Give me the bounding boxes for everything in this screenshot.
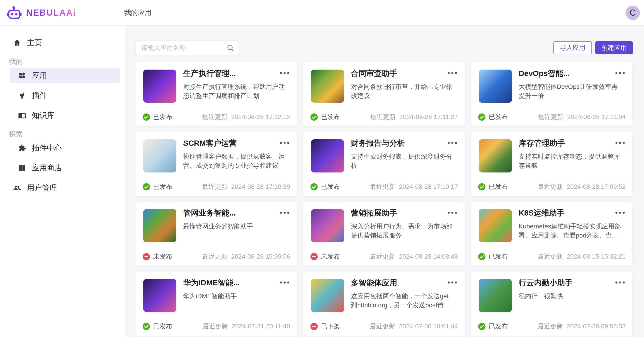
- app-card[interactable]: 行云内勤小助手 很内行，很勤快 已发布 最近更新 2024-07-30 09:5…: [471, 272, 632, 336]
- app-title: 财务报告与分析: [351, 138, 405, 148]
- status-label: 未发布: [153, 252, 172, 261]
- sidebar-item-home[interactable]: 主页: [10, 35, 120, 50]
- app-card[interactable]: 营销拓展助手 深入分析用户行为、需求，为市场部提供营销拓展服务 未发布 最近更新…: [303, 202, 465, 266]
- updated-time: 2024-07-30 10:01:44: [397, 323, 458, 330]
- card-footer: 已发布 最近更新 2024-08-15 15:32:21: [478, 252, 626, 261]
- app-title: 华为iDME智能...: [183, 278, 240, 288]
- app-thumbnail: [143, 140, 176, 172]
- dot-icon: [448, 212, 450, 214]
- dot-icon: [287, 142, 289, 144]
- more-menu-button[interactable]: [613, 70, 627, 76]
- status-removed-icon: [310, 322, 318, 330]
- dot-icon: [448, 72, 450, 74]
- dot-icon: [284, 212, 286, 214]
- app-title: K8S运维助手: [519, 208, 564, 218]
- toolbar: 导入应用 创建应用: [136, 40, 633, 55]
- status-badge: 未发布: [142, 252, 172, 261]
- card-footer: 已发布 最近更新 2024-07-30 09:58:33: [478, 322, 626, 331]
- import-app-button[interactable]: 导入应用: [553, 41, 592, 54]
- card-footer: 未发布 最近更新 2024-08-28 14:08:48: [310, 252, 458, 261]
- app-card[interactable]: SCRM客户运营 协助管理客户数据，提供从获客、运营、成交到复购的专业指导和建议…: [136, 132, 297, 196]
- book-icon: [18, 112, 26, 120]
- sidebar-item-label: 知识库: [32, 110, 54, 120]
- card-footer: 未发布 最近更新 2024-08-28 15:39:56: [142, 252, 290, 261]
- app-card[interactable]: DevOps智能... 大模型智能体DevOps让研发效率再提升一倍 已发布 最…: [471, 62, 632, 126]
- dot-icon: [287, 282, 289, 284]
- dot-icon: [451, 142, 453, 144]
- app-description: 这应用包括两个智能，一个发送get到httpbin.org，另一个发送post请…: [351, 292, 455, 310]
- page-title: 我的应用: [124, 8, 152, 18]
- status-published-icon: [310, 113, 318, 121]
- sidebar-item-app-store[interactable]: 应用商店: [10, 160, 120, 176]
- dot-icon: [451, 282, 453, 284]
- more-menu-button[interactable]: [278, 210, 292, 216]
- app-thumbnail: [143, 279, 176, 312]
- home-icon: [13, 39, 21, 47]
- app-card[interactable]: 华为iDME智能... 华为iDME智能助手 已发布 最近更新 2024-07-…: [136, 272, 297, 336]
- app-card[interactable]: 库存管理助手 支持实时监控库存动态，提供调整库存策略 已发布 最近更新 2024…: [471, 132, 632, 196]
- updated-prefix-label: 最近更新: [538, 323, 563, 330]
- app-title: 合同审查助手: [351, 68, 397, 79]
- more-menu-button[interactable]: [278, 279, 292, 286]
- status-removed-icon: [310, 322, 318, 330]
- top-header: NEBULAAi 我的应用 C: [0, 0, 644, 26]
- status-label: 已发布: [321, 113, 340, 121]
- dot-icon: [616, 142, 618, 144]
- sidebar-item-knowledge[interactable]: 知识库: [10, 108, 120, 123]
- status-badge: 已发布: [478, 113, 508, 121]
- status-label: 已发布: [153, 182, 172, 191]
- dot-icon: [455, 212, 457, 214]
- more-menu-button[interactable]: [613, 140, 627, 146]
- dot-icon: [623, 72, 625, 74]
- more-menu-button[interactable]: [278, 140, 292, 146]
- app-thumbnail: [479, 209, 512, 242]
- dot-icon: [623, 142, 625, 144]
- more-menu-button[interactable]: [446, 70, 459, 76]
- status-published-icon: [142, 113, 150, 121]
- sidebar-nav: 主页我的应用插件知识库探索插件中心应用商店用户管理: [0, 26, 125, 337]
- app-card[interactable]: 生产执行管理... 对接生产执行管理系统，帮助用户动态调整生产调度和排产计划 已…: [136, 62, 297, 126]
- user-avatar[interactable]: C: [626, 6, 640, 20]
- app-card[interactable]: 财务报告与分析 支持生成财务报表，提供深度财务分析 已发布 最近更新 2024-…: [303, 132, 465, 196]
- dot-icon: [448, 282, 450, 284]
- app-description: 深入分析用户行为、需求，为市场部提供营销拓展服务: [351, 222, 455, 240]
- app-card[interactable]: K8S运维助手 Kubernetes运维助手轻松实现应用部署、应用删除、查看po…: [471, 202, 632, 266]
- status-badge: 已发布: [142, 113, 172, 121]
- robot-logo-icon: [7, 6, 22, 19]
- more-menu-button[interactable]: [446, 210, 459, 216]
- sidebar-item-users[interactable]: 用户管理: [10, 180, 120, 195]
- dot-icon: [616, 72, 618, 74]
- status-badge: 已发布: [142, 182, 172, 191]
- more-menu-button[interactable]: [446, 279, 459, 286]
- sidebar-item-apps[interactable]: 应用: [10, 68, 120, 83]
- more-menu-button[interactable]: [446, 140, 459, 146]
- last-updated: 最近更新 2024-08-28 17:11:04: [538, 113, 626, 121]
- search-icon[interactable]: [226, 44, 234, 52]
- search-input[interactable]: [141, 44, 226, 52]
- sidebar-item-plugins[interactable]: 插件: [10, 88, 120, 103]
- dot-icon: [455, 142, 457, 144]
- app-card[interactable]: 管网业务智能... 最懂管网业务的智能助手 未发布 最近更新 2024-08-2…: [136, 202, 297, 266]
- updated-prefix-label: 最近更新: [538, 183, 563, 190]
- more-menu-button[interactable]: [613, 210, 627, 216]
- updated-prefix-label: 最近更新: [370, 253, 395, 260]
- app-card[interactable]: 多智能体应用 这应用包括两个智能，一个发送get到httpbin.org，另一个…: [303, 272, 465, 336]
- app-description: Kubernetes运维助手轻松实现应用部署、应用删除、查看pod列表、查看..…: [519, 222, 622, 240]
- card-footer: 已发布 最近更新 2024-08-28 17:12:12: [142, 113, 290, 121]
- brand-logo[interactable]: NEBULAAi: [7, 6, 76, 19]
- app-title: 营销拓展助手: [351, 208, 397, 218]
- sidebar-item-plugin-center[interactable]: 插件中心: [10, 140, 120, 156]
- status-label: 未发布: [321, 252, 340, 261]
- app-card[interactable]: 合同审查助手 对合同条款进行审查，并给出专业修改建议 已发布 最近更新 2024…: [303, 62, 465, 126]
- more-menu-button[interactable]: [278, 70, 292, 76]
- updated-prefix-label: 最近更新: [538, 113, 563, 120]
- create-app-button[interactable]: 创建应用: [595, 41, 633, 54]
- more-menu-button[interactable]: [613, 279, 627, 286]
- updated-time: 2024-08-28 17:10:39: [230, 183, 290, 190]
- sidebar-item-label: 应用商店: [32, 163, 62, 173]
- status-published-icon: [142, 322, 150, 330]
- app-description: 对接生产执行管理系统，帮助用户动态调整生产调度和排产计划: [183, 82, 287, 100]
- sidebar-item-label: 主页: [27, 38, 42, 48]
- updated-prefix-label: 最近更新: [202, 113, 227, 120]
- last-updated: 最近更新 2024-08-28 17:11:27: [370, 113, 458, 121]
